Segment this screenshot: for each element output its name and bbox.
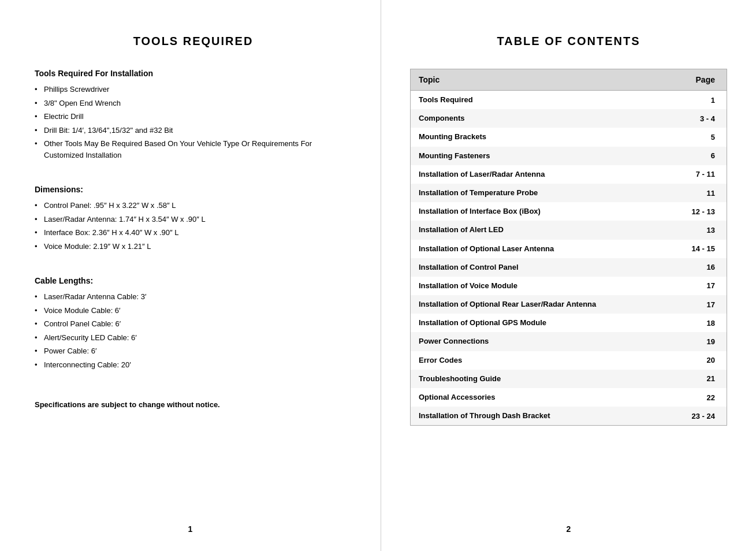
toc-row: Error Codes20 [411,351,727,370]
list-item: Control Panel Cable: 6′ [35,318,352,330]
toc-topic: Installation of Optional Laser Antenna [411,240,648,258]
toc-page: 3 - 4 [648,109,727,128]
right-page: TABLE OF CONTENTS Topic Page Tools Requi… [381,0,756,551]
toc-page: 13 [648,221,727,239]
toc-row: Tools Required1 [411,91,727,110]
toc-row: Installation of Temperature Probe11 [411,184,727,202]
toc-page-header: Page [648,69,727,91]
toc-topic: Installation of Interface Box (iBox) [411,202,648,221]
toc-topic: Error Codes [411,351,648,370]
cable-heading: Cable Lengths: [35,276,352,285]
left-page-title: TOOLS REQUIRED [35,35,352,48]
toc-row: Installation of Alert LED13 [411,221,727,239]
toc-topic: Power Connections [411,332,648,351]
toc-page: 6 [648,147,727,165]
cable-section: Cable Lengths: Laser/Radar Antenna Cable… [35,276,352,382]
specs-note: Specifications are subject to change wit… [35,400,352,409]
list-item: Laser/Radar Antenna Cable: 3′ [35,291,352,303]
page-number-right: 2 [567,524,571,534]
toc-topic: Installation of Laser/Radar Antenna [411,165,648,184]
toc-table: Topic Page Tools Required1Components3 - … [410,69,727,426]
toc-topic: Troubleshooting Guide [411,370,648,388]
list-item: Interconnecting Cable: 20′ [35,359,352,371]
dimensions-list: Control Panel: .95″ H x 3.22″ W x .58″ L… [35,200,352,252]
list-item: Phillips Screwdriver [35,84,352,95]
list-item: Power Cable: 6′ [35,345,352,357]
list-item: Electric Drill [35,111,352,122]
toc-row: Troubleshooting Guide21 [411,370,727,388]
toc-row: Installation of Optional Laser Antenna14… [411,240,727,258]
toc-page: 23 - 24 [648,407,727,426]
toc-topic: Installation of Temperature Probe [411,184,648,202]
toc-page: 12 - 13 [648,202,727,221]
toc-topic: Mounting Brackets [411,128,648,146]
toc-topic: Installation of Optional Rear Laser/Rada… [411,295,648,314]
toc-page: 11 [648,184,727,202]
toc-page: 14 - 15 [648,240,727,258]
list-item: Drill Bit: 1/4′, 13/64",15/32" and #32 B… [35,125,352,136]
toc-topic: Components [411,109,648,128]
toc-page: 18 [648,314,727,332]
tools-heading: Tools Required For Installation [35,69,352,78]
list-item: 3/8" Open End Wrench [35,98,352,109]
right-page-title: TABLE OF CONTENTS [410,35,727,48]
toc-row: Installation of Optional Rear Laser/Rada… [411,295,727,314]
toc-row: Installation of Laser/Radar Antenna7 - 1… [411,165,727,184]
list-item: Interface Box: 2.36″ H x 4.40″ W x .90″ … [35,227,352,239]
toc-topic: Installation of Control Panel [411,258,648,277]
toc-row: Installation of Interface Box (iBox)12 -… [411,202,727,221]
toc-row: Installation of Optional GPS Module18 [411,314,727,332]
toc-page: 5 [648,128,727,146]
list-item: Voice Module Cable: 6′ [35,305,352,317]
toc-row: Components3 - 4 [411,109,727,128]
dimensions-section: Dimensions: Control Panel: .95″ H x 3.22… [35,185,352,263]
toc-page: 1 [648,91,727,110]
list-item: Control Panel: .95″ H x 3.22″ W x .58″ L [35,200,352,211]
toc-page: 17 [648,295,727,314]
page-container: TOOLS REQUIRED Tools Required For Instal… [0,0,756,551]
toc-topic-header: Topic [411,69,648,91]
toc-topic: Installation of Through Dash Bracket [411,407,648,426]
toc-topic: Installation of Alert LED [411,221,648,239]
toc-topic: Mounting Fasteners [411,147,648,165]
toc-row: Installation of Voice Module17 [411,277,727,295]
list-item: Alert/Security LED Cable: 6′ [35,332,352,344]
toc-row: Power Connections19 [411,332,727,351]
toc-row: Optional Accessories22 [411,388,727,407]
left-page: TOOLS REQUIRED Tools Required For Instal… [0,0,381,551]
toc-row: Mounting Fasteners6 [411,147,727,165]
list-item: Other Tools May Be Required Based On You… [35,138,352,161]
list-item: Voice Module: 2.19″ W x 1.21″ L [35,241,352,252]
toc-page: 21 [648,370,727,388]
toc-topic: Optional Accessories [411,388,648,407]
toc-topic: Installation of Optional GPS Module [411,314,648,332]
toc-page: 16 [648,258,727,277]
tools-section: Tools Required For Installation Phillips… [35,69,352,172]
dimensions-heading: Dimensions: [35,185,352,194]
toc-page: 19 [648,332,727,351]
toc-page: 20 [648,351,727,370]
toc-row: Mounting Brackets5 [411,128,727,146]
toc-page: 17 [648,277,727,295]
toc-page: 7 - 11 [648,165,727,184]
list-item: Laser/Radar Antenna: 1.74″ H x 3.54″ W x… [35,214,352,225]
toc-header-row: Topic Page [411,69,727,91]
tools-list: Phillips Screwdriver 3/8" Open End Wrenc… [35,84,352,161]
page-number-left: 1 [188,524,193,534]
toc-row: Installation of Through Dash Bracket23 -… [411,407,727,426]
toc-row: Installation of Control Panel16 [411,258,727,277]
cable-list: Laser/Radar Antenna Cable: 3′ Voice Modu… [35,291,352,370]
toc-page: 22 [648,388,727,407]
toc-topic: Installation of Voice Module [411,277,648,295]
toc-topic: Tools Required [411,91,648,110]
